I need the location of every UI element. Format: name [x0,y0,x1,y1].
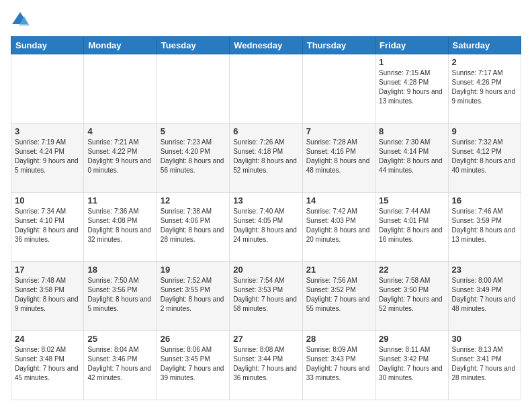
day-number: 5 [161,126,226,136]
calendar-cell: 28Sunrise: 8:09 AM Sunset: 3:43 PM Dayli… [302,331,375,400]
day-number: 12 [161,195,226,205]
calendar-cell: 1Sunrise: 7:15 AM Sunset: 4:28 PM Daylig… [375,54,448,124]
calendar-cell: 12Sunrise: 7:38 AM Sunset: 4:06 PM Dayli… [157,193,229,262]
day-info: Sunrise: 8:02 AM Sunset: 3:48 PM Dayligh… [15,345,80,383]
day-number: 8 [379,126,444,136]
header [11,11,521,30]
weekday-header-monday: Monday [84,37,157,54]
day-number: 13 [233,195,298,205]
day-number: 28 [306,334,371,344]
calendar-cell: 29Sunrise: 8:11 AM Sunset: 3:42 PM Dayli… [375,331,448,400]
day-number: 4 [87,126,152,136]
day-info: Sunrise: 7:30 AM Sunset: 4:14 PM Dayligh… [379,138,444,175]
calendar-cell: 24Sunrise: 8:02 AM Sunset: 3:48 PM Dayli… [11,331,84,400]
calendar-cell: 22Sunrise: 7:58 AM Sunset: 3:50 PM Dayli… [375,262,448,331]
day-number: 24 [15,334,80,344]
calendar-cell: 13Sunrise: 7:40 AM Sunset: 4:05 PM Dayli… [230,193,302,262]
day-info: Sunrise: 7:23 AM Sunset: 4:20 PM Dayligh… [161,138,226,175]
calendar-cell: 3Sunrise: 7:19 AM Sunset: 4:24 PM Daylig… [11,124,84,193]
day-number: 23 [452,265,517,275]
day-info: Sunrise: 7:56 AM Sunset: 3:52 PM Dayligh… [306,276,371,314]
calendar-cell: 11Sunrise: 7:36 AM Sunset: 4:08 PM Dayli… [84,193,157,262]
day-info: Sunrise: 7:48 AM Sunset: 3:58 PM Dayligh… [15,276,80,314]
calendar-week-4: 24Sunrise: 8:02 AM Sunset: 3:48 PM Dayli… [11,331,521,400]
day-number: 19 [161,265,226,275]
calendar-cell: 16Sunrise: 7:46 AM Sunset: 3:59 PM Dayli… [448,193,521,262]
logo-icon [11,11,30,30]
day-info: Sunrise: 7:58 AM Sunset: 3:50 PM Dayligh… [379,276,444,314]
calendar-week-2: 10Sunrise: 7:34 AM Sunset: 4:10 PM Dayli… [11,193,521,262]
day-info: Sunrise: 8:06 AM Sunset: 3:45 PM Dayligh… [161,345,226,383]
calendar-cell: 20Sunrise: 7:54 AM Sunset: 3:53 PM Dayli… [230,262,302,331]
page: SundayMondayTuesdayWednesdayThursdayFrid… [0,0,532,411]
calendar-cell: 26Sunrise: 8:06 AM Sunset: 3:45 PM Dayli… [157,331,229,400]
day-number: 7 [306,126,371,136]
day-info: Sunrise: 7:54 AM Sunset: 3:53 PM Dayligh… [233,276,298,314]
day-info: Sunrise: 7:15 AM Sunset: 4:28 PM Dayligh… [379,68,444,106]
calendar-cell: 7Sunrise: 7:28 AM Sunset: 4:16 PM Daylig… [302,124,375,193]
day-number: 17 [15,265,80,275]
calendar-cell: 8Sunrise: 7:30 AM Sunset: 4:14 PM Daylig… [375,124,448,193]
calendar-cell: 10Sunrise: 7:34 AM Sunset: 4:10 PM Dayli… [11,193,84,262]
day-info: Sunrise: 8:09 AM Sunset: 3:43 PM Dayligh… [306,345,371,383]
calendar-cell: 9Sunrise: 7:32 AM Sunset: 4:12 PM Daylig… [448,124,521,193]
day-info: Sunrise: 7:34 AM Sunset: 4:10 PM Dayligh… [15,207,80,244]
calendar-cell [302,54,375,124]
day-number: 2 [452,57,517,67]
day-number: 25 [87,334,152,344]
calendar-cell: 27Sunrise: 8:08 AM Sunset: 3:44 PM Dayli… [230,331,302,400]
calendar-cell: 23Sunrise: 8:00 AM Sunset: 3:49 PM Dayli… [448,262,521,331]
calendar-cell: 6Sunrise: 7:26 AM Sunset: 4:18 PM Daylig… [230,124,302,193]
day-number: 6 [233,126,298,136]
weekday-header-wednesday: Wednesday [230,37,302,54]
day-info: Sunrise: 7:44 AM Sunset: 4:01 PM Dayligh… [379,207,444,244]
day-number: 9 [452,126,517,136]
day-info: Sunrise: 7:36 AM Sunset: 4:08 PM Dayligh… [87,207,152,244]
calendar-cell: 2Sunrise: 7:17 AM Sunset: 4:26 PM Daylig… [448,54,521,124]
day-info: Sunrise: 7:21 AM Sunset: 4:22 PM Dayligh… [87,138,152,175]
calendar-week-1: 3Sunrise: 7:19 AM Sunset: 4:24 PM Daylig… [11,124,521,193]
day-number: 30 [452,334,517,344]
day-number: 16 [452,195,517,205]
calendar-week-3: 17Sunrise: 7:48 AM Sunset: 3:58 PM Dayli… [11,262,521,331]
calendar-cell: 21Sunrise: 7:56 AM Sunset: 3:52 PM Dayli… [302,262,375,331]
day-info: Sunrise: 7:46 AM Sunset: 3:59 PM Dayligh… [452,207,517,244]
weekday-header-saturday: Saturday [448,37,521,54]
weekday-header-sunday: Sunday [11,37,84,54]
day-info: Sunrise: 7:38 AM Sunset: 4:06 PM Dayligh… [161,207,226,244]
day-number: 3 [15,126,80,136]
day-info: Sunrise: 7:19 AM Sunset: 4:24 PM Dayligh… [15,138,80,175]
day-number: 1 [379,57,444,67]
day-number: 15 [379,195,444,205]
calendar-header-row: SundayMondayTuesdayWednesdayThursdayFrid… [11,37,521,54]
day-number: 11 [87,195,152,205]
weekday-header-friday: Friday [375,37,448,54]
calendar-cell [11,54,84,124]
calendar-cell: 17Sunrise: 7:48 AM Sunset: 3:58 PM Dayli… [11,262,84,331]
calendar-cell [157,54,229,124]
calendar-cell [230,54,302,124]
calendar-table: SundayMondayTuesdayWednesdayThursdayFrid… [11,36,521,400]
day-info: Sunrise: 8:04 AM Sunset: 3:46 PM Dayligh… [87,345,152,383]
day-number: 27 [233,334,298,344]
day-info: Sunrise: 8:11 AM Sunset: 3:42 PM Dayligh… [379,345,444,383]
day-number: 18 [87,265,152,275]
day-info: Sunrise: 7:40 AM Sunset: 4:05 PM Dayligh… [233,207,298,244]
calendar-cell: 14Sunrise: 7:42 AM Sunset: 4:03 PM Dayli… [302,193,375,262]
calendar-cell [84,54,157,124]
day-number: 21 [306,265,371,275]
day-info: Sunrise: 7:52 AM Sunset: 3:55 PM Dayligh… [161,276,226,314]
calendar-cell: 5Sunrise: 7:23 AM Sunset: 4:20 PM Daylig… [157,124,229,193]
day-number: 26 [161,334,226,344]
calendar-cell: 15Sunrise: 7:44 AM Sunset: 4:01 PM Dayli… [375,193,448,262]
day-info: Sunrise: 7:50 AM Sunset: 3:56 PM Dayligh… [87,276,152,314]
weekday-header-thursday: Thursday [302,37,375,54]
calendar-cell: 18Sunrise: 7:50 AM Sunset: 3:56 PM Dayli… [84,262,157,331]
day-info: Sunrise: 7:26 AM Sunset: 4:18 PM Dayligh… [233,138,298,175]
calendar-cell: 19Sunrise: 7:52 AM Sunset: 3:55 PM Dayli… [157,262,229,331]
day-number: 20 [233,265,298,275]
day-info: Sunrise: 8:08 AM Sunset: 3:44 PM Dayligh… [233,345,298,383]
calendar-cell: 4Sunrise: 7:21 AM Sunset: 4:22 PM Daylig… [84,124,157,193]
day-info: Sunrise: 8:13 AM Sunset: 3:41 PM Dayligh… [452,345,517,383]
day-number: 14 [306,195,371,205]
